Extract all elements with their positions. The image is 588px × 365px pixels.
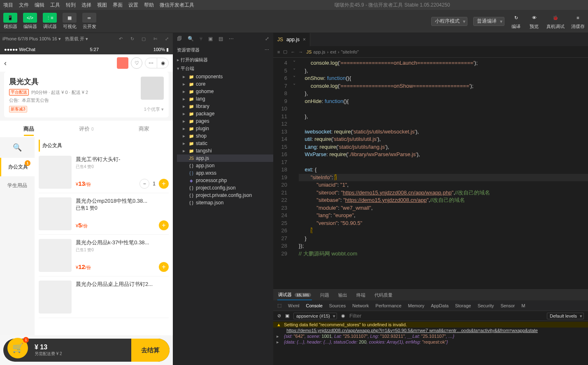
cloud-dev-toggle[interactable]: ∞云开发 [82, 13, 96, 30]
levels-selector[interactable]: Default levels [547, 313, 584, 319]
tree-folder[interactable]: 📁gohome [177, 88, 273, 95]
dt-sensor[interactable]: Sensor [500, 303, 515, 308]
menu-item[interactable]: 转到 [66, 2, 76, 9]
product-item[interactable]: 晨光工书钉大头钉- 已售4 赞0 ¥13/份 − 1 + [39, 152, 169, 193]
context-icon[interactable]: ▣ [285, 313, 289, 318]
tree-folder[interactable]: 📁components [177, 73, 273, 80]
search-icon[interactable]: 🔍 [188, 36, 194, 42]
eye-icon[interactable]: ◉ [341, 313, 345, 318]
sim-back-icon[interactable]: ↶ [117, 35, 124, 42]
editor-tab[interactable]: JS app.js × [273, 33, 310, 46]
context-selector[interactable]: appservice (#15) [293, 313, 337, 319]
sim-home-icon[interactable]: ▢ [140, 35, 147, 42]
visual-toggle[interactable]: ▦可视化 [63, 13, 77, 30]
menu-item[interactable]: 帮助 [144, 2, 154, 9]
preview-button[interactable]: 👁预览 [528, 13, 540, 30]
dt-appdata[interactable]: AppData [431, 303, 449, 308]
promo-more[interactable]: 1个优享 ▾ [144, 106, 164, 112]
category-item[interactable]: 学生用品 [0, 176, 35, 195]
tab-terminal[interactable]: 终端 [356, 290, 366, 300]
log-object[interactable]: {data: {…}, header: {…}, statusCode: 200… [273, 339, 588, 345]
sim-expand-icon[interactable]: ⤢ [163, 35, 170, 42]
compile-dropdown[interactable]: 普通编译 [473, 17, 504, 26]
cart-icon[interactable]: 🛒1 [7, 338, 28, 358]
arrow-fwd-icon[interactable]: → [298, 49, 303, 54]
product-item[interactable]: 晨光办公mp2018中性笔0.38... 已售1 赞0 ¥5/份 + [39, 193, 169, 235]
code-editor[interactable]: 4567891011121314151617181920212223242526… [273, 58, 588, 289]
capsule-close-icon[interactable]: ◉ [157, 58, 168, 68]
tree-folder[interactable]: 📁library [177, 103, 273, 110]
compile-button[interactable]: ↻编译 [510, 13, 522, 30]
tree-folder[interactable]: 📁plugin [177, 125, 273, 132]
more-icon[interactable]: ⋯ [229, 36, 234, 42]
shop-avatar[interactable] [117, 57, 128, 69]
tab-products[interactable]: 商品 [0, 125, 58, 133]
clear-cache-button[interactable]: ≡清缓存 [571, 13, 585, 30]
dt-more[interactable]: M [521, 303, 525, 308]
breadcrumb[interactable]: JS app.js › ext › "siteInfo" [306, 49, 359, 54]
log-object[interactable]: {sid: "642", scene: 1001, Lat: "25.10110… [273, 333, 588, 339]
plus-button[interactable]: + [159, 262, 169, 272]
checkout-button[interactable]: 去结算 [131, 339, 170, 362]
clear-icon[interactable]: ⊘ [277, 313, 281, 318]
files-icon[interactable]: 🗐 [177, 36, 182, 42]
tab-problems[interactable]: 问题 [319, 290, 330, 300]
dt-storage[interactable]: Storage [455, 303, 471, 308]
arrow-back-icon[interactable]: ← [291, 49, 295, 54]
tree-folder[interactable]: 📁static [177, 140, 273, 147]
tree-file[interactable]: JSapp.js [177, 154, 273, 162]
search-button[interactable]: 🔍 [0, 137, 35, 158]
tab-debugger[interactable]: 调试器 15, 101 [277, 290, 312, 300]
list-icon[interactable]: ≡ [277, 49, 280, 54]
more-actions-icon[interactable]: ⋯ [265, 47, 269, 53]
menu-item[interactable]: 编辑 [35, 2, 44, 9]
menu-item[interactable]: 视图 [97, 2, 107, 9]
tree-file[interactable]: { }app.json [177, 162, 273, 169]
sim-cut-icon[interactable]: ✄ [151, 35, 159, 42]
mode-dropdown[interactable]: 小程序模式 [431, 17, 467, 26]
dt-console[interactable]: Console [306, 303, 323, 308]
tree-folder[interactable]: 📁shop [177, 132, 273, 140]
project-root-section[interactable]: 平台端 [173, 64, 273, 73]
component-icon[interactable]: ▣ [208, 36, 213, 42]
debugger-toggle[interactable]: ⋮≡调试器 [43, 13, 57, 30]
dt-security[interactable]: Security [478, 303, 494, 308]
tree-file[interactable]: { }project.config.json [177, 184, 273, 192]
select-icon[interactable]: ⬚ [277, 303, 281, 308]
tab-reviews[interactable]: 评价 0 [58, 125, 115, 133]
dt-network[interactable]: Network [352, 303, 369, 308]
capsule-menu-icon[interactable]: ⋯ [145, 58, 157, 68]
dt-sources[interactable]: Sources [329, 303, 346, 308]
box-icon[interactable]: ▢ [283, 49, 287, 54]
tab-merchant[interactable]: 商家 [115, 125, 173, 133]
back-icon[interactable]: ‹ [4, 59, 7, 68]
category-item[interactable]: 办公文具1 [0, 158, 35, 176]
close-icon[interactable]: × [303, 37, 306, 42]
hot-reload-toggle[interactable]: 热重载 开 ▾ [65, 36, 88, 42]
git-icon[interactable]: ⑂ [200, 36, 202, 42]
device-selector[interactable]: iPhone 6/7/8 Plus 100% 16 [2, 36, 61, 42]
menu-item[interactable]: 项目 [3, 2, 13, 9]
dt-wxml[interactable]: Wxml [288, 303, 300, 308]
tree-folder[interactable]: 📁tangshi [177, 147, 273, 154]
dt-memory[interactable]: Memory [408, 303, 425, 308]
tree-folder[interactable]: 📁package [177, 110, 273, 117]
opened-editors-section[interactable]: 打开的编辑器 [173, 56, 273, 64]
menu-item[interactable]: 界面 [113, 2, 123, 9]
product-list[interactable]: 办公文具 晨光工书钉大头钉- 已售4 赞0 ¥13/份 − 1 + [35, 137, 173, 335]
editor-toggle[interactable]: </>编辑器 [23, 13, 37, 30]
minus-button[interactable]: − [139, 179, 149, 189]
product-item[interactable]: 晨光办公用品桌上用品订书钉2... [39, 276, 169, 318]
tree-file[interactable]: ◆processor.php [177, 177, 273, 184]
plus-button[interactable]: + [159, 179, 169, 189]
expand-icon[interactable]: ⤢ [265, 36, 269, 42]
ext-icon[interactable]: ▤ [218, 36, 223, 42]
file-tree[interactable]: 📁components📁core📁gohome📁lang📁library📁pac… [173, 73, 273, 365]
tree-folder[interactable]: 📁pages [177, 117, 273, 125]
remote-debug-button[interactable]: 🐞真机调试 [546, 13, 565, 30]
dt-performance[interactable]: Performance [376, 303, 402, 308]
filter-input[interactable] [349, 313, 543, 319]
tab-output[interactable]: 输出 [337, 290, 348, 300]
simulator-toggle[interactable]: 📱模拟器 [3, 13, 17, 30]
menu-item[interactable]: 工具 [50, 2, 60, 9]
